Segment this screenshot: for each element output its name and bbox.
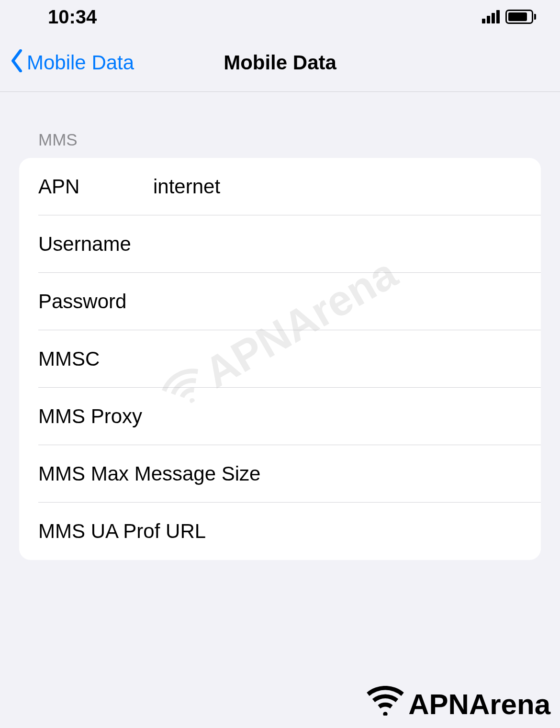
watermark-text: APNArena xyxy=(408,688,550,721)
chevron-left-icon xyxy=(10,49,24,76)
nav-bar: Mobile Data Mobile Data xyxy=(0,34,560,92)
row-password[interactable]: Password xyxy=(19,273,541,330)
username-input[interactable] xyxy=(153,233,541,256)
row-label-password: Password xyxy=(38,290,153,313)
status-time: 10:34 xyxy=(48,6,97,28)
apn-input[interactable] xyxy=(153,175,541,198)
password-input[interactable] xyxy=(153,290,541,313)
signal-icon xyxy=(482,10,500,23)
section-header-mms: MMS xyxy=(19,130,541,158)
row-label-mms-max-size: MMS Max Message Size xyxy=(38,462,288,485)
row-label-mms-ua-prof: MMS UA Prof URL xyxy=(38,520,288,543)
row-mms-max-size[interactable]: MMS Max Message Size xyxy=(19,445,541,503)
back-button[interactable]: Mobile Data xyxy=(10,49,134,76)
row-label-mmsc: MMSC xyxy=(38,347,153,370)
mmsc-input[interactable] xyxy=(153,347,541,370)
row-mmsc[interactable]: MMSC xyxy=(19,330,541,388)
row-username[interactable]: Username xyxy=(19,215,541,273)
mms-max-size-input[interactable] xyxy=(288,462,541,485)
status-icons xyxy=(482,10,536,24)
row-label-apn: APN xyxy=(38,175,153,198)
back-label: Mobile Data xyxy=(27,51,134,74)
content-area: MMS APN Username Password MMSC MMS Proxy xyxy=(0,92,560,560)
watermark-bottom: APNArena xyxy=(366,686,550,722)
row-mms-proxy[interactable]: MMS Proxy xyxy=(19,388,541,445)
settings-group-mms: APN Username Password MMSC MMS Proxy MMS… xyxy=(19,158,541,560)
wifi-icon xyxy=(366,686,404,722)
row-label-username: Username xyxy=(38,233,153,256)
row-label-mms-proxy: MMS Proxy xyxy=(38,405,288,428)
row-apn[interactable]: APN xyxy=(19,158,541,215)
battery-icon xyxy=(505,10,536,24)
mms-proxy-input[interactable] xyxy=(288,405,541,428)
row-mms-ua-prof[interactable]: MMS UA Prof URL xyxy=(19,503,541,560)
mms-ua-prof-input[interactable] xyxy=(288,520,541,543)
status-bar: 10:34 xyxy=(0,0,560,34)
